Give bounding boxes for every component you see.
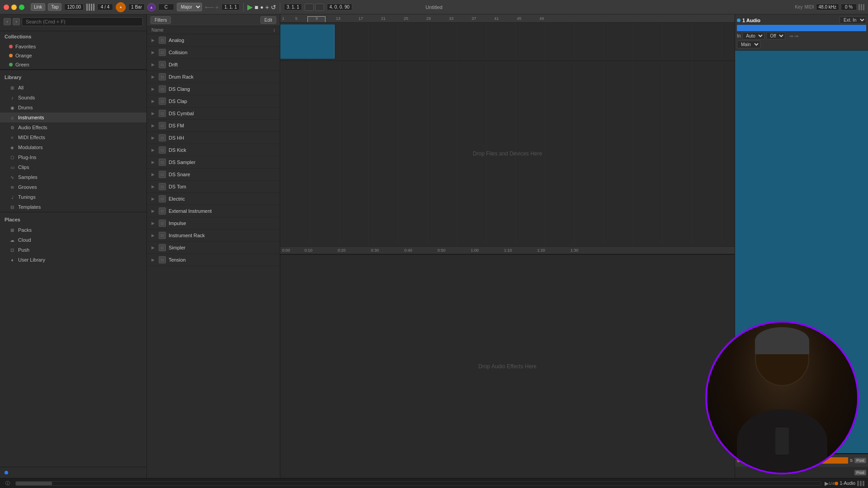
sidebar-item-midi-effects[interactable]: ≈ MIDI Effects [0,132,146,142]
metro-button[interactable]: ● [116,2,126,12]
sidebar-item-instruments[interactable]: ♫ Instruments [0,113,146,122]
main-select[interactable]: Main [737,41,760,48]
list-item[interactable]: ▶ □ Electric [147,193,280,205]
empty-track-area[interactable]: Drop Files and Devices Here [280,61,735,246]
list-item[interactable]: ▶ □ Collision [147,47,280,59]
time-110: 1:10 [491,248,525,253]
expand-arrow: ▶ [151,184,156,189]
off-select[interactable]: Off [766,32,785,40]
divider2 [280,3,280,12]
sort-icon[interactable]: ↕ [273,28,275,33]
stop-button[interactable]: ■ [255,4,258,11]
list-item[interactable]: ▶ □ Analog [147,34,280,47]
instrument-icon: □ [159,134,166,141]
sidebar-item-templates[interactable]: ⊟ Templates [0,202,146,212]
list-item[interactable]: ▶ □ Tension [147,254,280,266]
places-label: Places [5,217,20,222]
list-item[interactable]: ▶ □ External Instrument [147,205,280,217]
list-item[interactable]: ▶ □ Instrument Rack [147,230,280,242]
arrow-left-icon[interactable]: ⟵ [205,4,214,11]
sidebar-item-tunings[interactable]: ♩ Tunings [0,192,146,202]
mode-select[interactable]: Major Minor [177,3,202,11]
favorites-item[interactable]: Favorites [0,42,146,51]
sidebar-item-all[interactable]: ⊞ All [0,83,146,93]
info-button[interactable]: ⓘ [4,480,12,487]
list-item[interactable]: ▶ □ DS Kick [147,144,280,156]
midi-effects-icon: ≈ [9,134,15,141]
audio-clip-block[interactable] [280,24,335,59]
edit-button[interactable]: Edit [260,16,276,24]
sidebar-item-plugins[interactable]: ⬡ Plug-Ins [0,152,146,162]
library-header[interactable]: Library [0,72,146,83]
orange-item[interactable]: Orange [0,51,146,60]
instrument-name: Collision [169,50,188,55]
list-item[interactable]: ▶ □ DS FM [147,120,280,132]
list-item[interactable]: ▶ □ DS Sampler [147,156,280,169]
play-button[interactable]: ▶ [247,3,253,11]
webcam-watermark: AUDEZE [830,336,848,341]
sidebar-item-audio-effects[interactable]: ⚙ Audio Effects [0,122,146,132]
scroll-thumb[interactable] [16,482,52,485]
quantize-display[interactable]: 1 Bar [128,4,145,10]
position2-display[interactable]: 3. 1. 1 [284,4,302,10]
collections-section-header[interactable]: Collections [0,31,146,42]
position3-display[interactable]: 4. 0. 0. 90 [327,4,352,10]
sidebar-item-push[interactable]: ⊡ Push [0,245,146,255]
list-item[interactable]: ▶ □ Drum Rack [147,71,280,83]
loop-bracket[interactable] [307,16,326,23]
ext-in-select[interactable]: Ext. In [840,16,866,24]
tap-button[interactable]: Tap [48,3,61,11]
loop-button[interactable]: ↺ [271,4,276,11]
instrument-icon: □ [159,220,166,227]
drop-audio-zone[interactable]: Drop Audio Effects Here [280,254,735,479]
search-input[interactable] [22,17,143,26]
list-item[interactable]: ▶ □ DS Clang [147,83,280,95]
places-header[interactable]: Places [0,214,146,225]
nav-forward-button[interactable]: › [13,18,20,25]
key-display[interactable]: C [158,4,174,10]
sidebar-item-drums[interactable]: ◉ Drums [0,103,146,113]
sidebar-item-modulators[interactable]: ◈ Modulators [0,142,146,152]
list-item[interactable]: ▶ □ DS HH [147,132,280,144]
sidebar-item-sounds[interactable]: ♪ Sounds [0,93,146,103]
instrument-name: External Instrument [169,208,212,214]
minimize-button[interactable] [11,5,17,10]
green-item[interactable]: Green [0,60,146,69]
list-item[interactable]: ▶ □ Simpler [147,242,280,254]
punch-btn[interactable] [315,4,324,11]
record-button[interactable]: ● [260,4,263,10]
list-item[interactable]: ▶ □ Drift [147,59,280,71]
filters-button[interactable]: Filters [151,16,171,24]
auto-select[interactable]: Auto [742,32,764,40]
maximize-button[interactable] [19,5,24,10]
favorites-label: Favorites [15,44,36,49]
list-item[interactable]: ▶ □ DS Snare [147,169,280,181]
list-item[interactable]: ▶ □ Impulse [147,217,280,230]
add-button[interactable]: + [265,4,269,11]
ruler-mark-49: 49 [530,16,553,21]
play-button-bottom[interactable]: ▶ [825,480,829,487]
sidebar-item-samples[interactable]: ∿ Samples [0,172,146,182]
tunings-icon: ♩ [9,194,15,200]
sidebar-item-clips[interactable]: ▭ Clips [0,162,146,172]
arrow-right-icon[interactable]: + [215,4,219,11]
sidebar-item-cloud[interactable]: ☁ Cloud [0,235,146,245]
time-signature[interactable]: 4 / 4 [97,4,113,10]
push-label: Push [18,247,29,253]
position-display[interactable]: 1. 1. 1 [222,4,240,10]
sidebar-item-user-library[interactable]: ♦ User Library [0,255,146,265]
bpm-display[interactable]: 120.00 [64,4,84,10]
list-item[interactable]: ▶ □ DS Cymbal [147,108,280,120]
list-item[interactable]: ▶ □ DS Tom [147,181,280,193]
sidebar-item-packs[interactable]: ⊠ Packs [0,225,146,235]
sidebar-item-grooves[interactable]: ≋ Grooves [0,182,146,192]
db-right: -∞ [794,34,798,38]
audio-track-lane[interactable] [280,23,735,61]
close-button[interactable] [4,5,9,10]
instrument-icon: □ [159,85,166,93]
list-item[interactable]: ▶ □ DS Clap [147,95,280,108]
quantize-mode-button[interactable]: ▲ [147,3,156,11]
link-button[interactable]: Link [31,3,45,11]
nav-back-button[interactable]: ‹ [4,18,11,25]
loop-region-btn[interactable] [305,4,314,11]
